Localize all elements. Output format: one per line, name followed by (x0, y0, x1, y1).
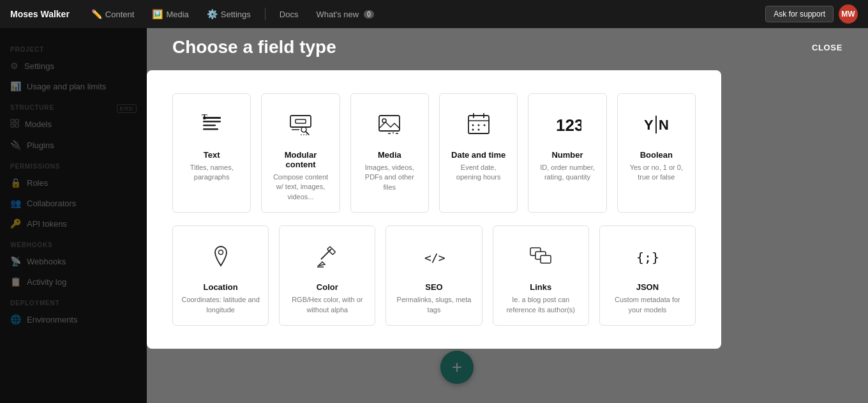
field-type-media[interactable]: Media Images, videos, PDFs and other fil… (350, 93, 429, 213)
svg-text:</>: </> (424, 251, 445, 264)
svg-point-26 (483, 125, 485, 126)
nav-content[interactable]: ✏️ Content (85, 6, 141, 22)
field-type-modular[interactable]: Modular content Compose content w/ text,… (261, 93, 340, 213)
links-field-icon (523, 239, 558, 275)
logo: Moses Walker (10, 9, 70, 19)
top-navigation: Moses Walker ✏️ Content 🖼️ Media ⚙️ Sett… (0, 0, 868, 28)
field-type-modal: T Text Titles, names, paragraphs Modular… (147, 70, 721, 349)
svg-text:N: N (659, 117, 669, 133)
nav-settings[interactable]: ⚙️ Settings (200, 6, 257, 22)
color-field-icon (310, 239, 345, 275)
field-type-grid-row2: Location Coordinates: latitude and longi… (172, 225, 696, 326)
avatar: MW (839, 4, 858, 24)
modal-title-area: Choose a field type CLOSE (147, 28, 868, 66)
svg-point-27 (472, 129, 474, 131)
field-type-number[interactable]: 123 Number ID, order number, rating, qua… (528, 93, 606, 213)
field-type-json[interactable]: {;} JSON Custom metadata for your models (599, 225, 696, 326)
svg-line-13 (306, 132, 308, 134)
svg-text:{;}: {;} (636, 250, 659, 265)
modular-field-desc: Compose content w/ text, images, videos.… (269, 172, 331, 202)
svg-point-28 (477, 129, 479, 131)
json-field-name: JSON (636, 282, 659, 292)
svg-rect-6 (203, 125, 216, 126)
svg-rect-34 (327, 247, 336, 255)
whats-new-badge: 0 (364, 10, 374, 19)
seo-field-icon: </> (416, 239, 452, 275)
ask-support-button[interactable]: Ask for support (765, 6, 834, 22)
boolean-field-icon: Y N (638, 107, 674, 142)
datetime-field-name: Date and time (451, 150, 505, 160)
svg-text:123: 123 (556, 116, 581, 135)
field-type-location[interactable]: Location Coordinates: latitude and longi… (172, 225, 269, 326)
number-field-name: Number (551, 150, 583, 160)
location-field-desc: Coordinates: latitude and longitude (181, 295, 260, 315)
settings-icon: ⚙️ (207, 9, 218, 19)
svg-text:T: T (202, 112, 207, 121)
nav-divider (265, 8, 266, 20)
field-type-grid-row1: T Text Titles, names, paragraphs Modular… (172, 93, 696, 213)
field-type-color[interactable]: Color RGB/Hex color, with or without alp… (279, 225, 375, 326)
number-field-desc: ID, order number, rating, quantity (536, 163, 598, 183)
boolean-field-desc: Yes or no, 1 or 0, true or false (625, 163, 687, 183)
text-field-name: Text (204, 150, 220, 160)
svg-point-25 (477, 125, 479, 126)
media-icon: 🖼️ (152, 9, 163, 19)
nav-docs[interactable]: Docs (273, 7, 305, 22)
svg-rect-9 (290, 116, 311, 127)
svg-text:Y: Y (644, 117, 654, 133)
links-field-name: Links (530, 282, 551, 292)
location-field-name: Location (204, 282, 238, 292)
svg-rect-40 (541, 255, 551, 263)
modal-title: Choose a field type (172, 37, 336, 57)
nav-whats-new[interactable]: What's new 0 (310, 7, 380, 22)
svg-rect-7 (203, 128, 218, 130)
media-field-icon (371, 107, 407, 142)
modular-field-icon (283, 107, 318, 142)
seo-field-desc: Permalinks, slugs, meta tags (394, 295, 474, 315)
color-field-name: Color (317, 282, 338, 292)
media-field-name: Media (378, 150, 401, 160)
svg-line-35 (321, 249, 331, 259)
content-icon: ✏️ (91, 9, 102, 19)
datetime-field-icon (461, 107, 497, 142)
boolean-field-name: Boolean (640, 150, 673, 160)
field-type-links[interactable]: Links Ie. a blog post can reference its … (493, 225, 589, 326)
svg-point-33 (218, 250, 223, 255)
json-field-icon: {;} (629, 239, 665, 275)
nav-media[interactable]: 🖼️ Media (146, 6, 195, 22)
field-type-text[interactable]: T Text Titles, names, paragraphs (172, 93, 251, 213)
json-field-desc: Custom metadata for your models (608, 295, 687, 315)
svg-rect-15 (379, 116, 400, 131)
field-type-seo[interactable]: </> SEO Permalinks, slugs, meta tags (385, 225, 482, 326)
svg-rect-10 (296, 119, 306, 123)
modular-field-name: Modular content (269, 150, 331, 169)
media-field-desc: Images, videos, PDFs and other files (359, 163, 421, 192)
datetime-field-desc: Event date, opening hours (447, 163, 509, 183)
number-field-icon: 123 (550, 107, 585, 142)
text-field-icon: T (194, 107, 230, 142)
field-type-boolean[interactable]: Y N Boolean Yes or no, 1 or 0, true or f… (617, 93, 696, 213)
text-field-desc: Titles, names, paragraphs (181, 163, 243, 183)
color-field-desc: RGB/Hex color, with or without alpha (287, 295, 367, 315)
links-field-desc: Ie. a blog post can reference its author… (501, 295, 581, 315)
seo-field-name: SEO (425, 282, 442, 292)
nav-right-area: Ask for support MW (765, 4, 858, 24)
svg-point-24 (472, 125, 474, 126)
location-field-icon (203, 239, 239, 275)
field-type-datetime[interactable]: Date and time Event date, opening hours (439, 93, 518, 213)
close-button[interactable]: CLOSE (812, 43, 842, 52)
